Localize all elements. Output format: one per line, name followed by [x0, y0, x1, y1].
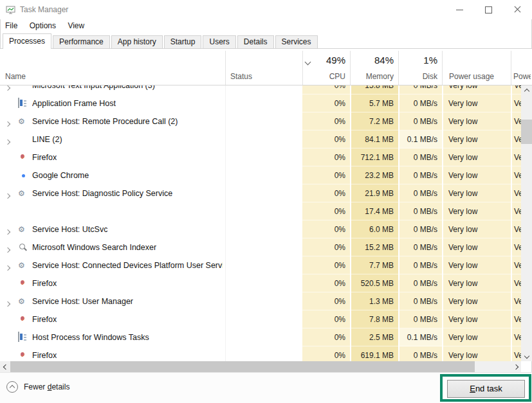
disk-cell: 0 MB/s	[399, 166, 442, 184]
fewer-details-toggle[interactable]: Fewer details	[6, 381, 69, 393]
power-trend-cell: Ve	[512, 238, 521, 256]
process-row[interactable]: Microsoft Text Input Application (3) 0% …	[0, 85, 532, 94]
disk-cell: 0 MB/s	[399, 274, 442, 292]
process-row[interactable]: Firefox 0% 712.1 MB 0 MB/s Very low Ve	[0, 148, 532, 166]
power-trend-cell: Ve	[512, 310, 521, 328]
process-row[interactable]: Firefox 0% 520.5 MB 0 MB/s Very low Ve	[0, 274, 532, 292]
process-row[interactable]: Microsoft Windows Search Indexer 0% 15.2…	[0, 238, 532, 256]
expand-chevron-icon[interactable]	[6, 245, 10, 254]
process-name: Service Host: Remote Procedure Call (2)	[32, 112, 178, 130]
disk-cell: 0 MB/s	[399, 220, 442, 238]
power-trend-cell: Ve	[512, 328, 521, 346]
process-row[interactable]: Host Process for Windows Tasks 0% 2.5 MB…	[0, 328, 532, 346]
maximize-button[interactable]	[474, 0, 503, 19]
horizontal-scrollbar-thumb[interactable]	[10, 361, 475, 372]
cpu-cell: 0%	[302, 202, 350, 220]
process-name: Application Frame Host	[32, 94, 116, 112]
window-title: Task Manager	[20, 0, 68, 19]
process-row[interactable]: Application Frame Host 0% 5.7 MB 0 MB/s …	[0, 94, 532, 112]
process-row[interactable]: Firefox 0% 7.8 MB 0 MB/s Very low Ve	[0, 310, 532, 328]
expand-chevron-icon[interactable]	[6, 137, 10, 146]
disk-cell: 0 MB/s	[399, 292, 442, 310]
tab[interactable]: Startup	[164, 35, 202, 48]
column-power-usage[interactable]: Power usage	[449, 72, 494, 81]
expand-chevron-icon[interactable]	[6, 227, 10, 236]
cpu-cell: 0%	[302, 94, 350, 112]
tab[interactable]: Processes	[3, 33, 51, 49]
expand-chevron-icon[interactable]	[6, 119, 10, 128]
horizontal-scrollbar[interactable]	[0, 361, 521, 372]
process-name: Firefox	[32, 346, 57, 361]
scroll-up-arrow[interactable]	[521, 85, 532, 96]
cpu-total-percent: 49%	[326, 55, 345, 66]
disk-cell: 0 MB/s	[399, 85, 442, 94]
power-usage-cell: Very low	[443, 274, 511, 292]
process-name: Service Host: Connected Devices Platform…	[32, 256, 223, 274]
disk-cell: 0 MB/s	[399, 112, 442, 130]
column-memory[interactable]: 84% Memory	[351, 49, 398, 85]
process-name: Microsoft Windows Search Indexer	[32, 238, 156, 256]
power-trend-cell: Ve	[512, 184, 521, 202]
process-row[interactable]: LINE (2) 0% 84.1 MB 0.1 MB/s Very low Ve	[0, 130, 532, 148]
memory-cell: 2.5 MB	[351, 328, 398, 346]
process-row[interactable]: Service Host: Remote Procedure Call (2) …	[0, 112, 532, 130]
power-usage-cell: Very low	[443, 292, 511, 310]
disk-cell: 0 MB/s	[399, 94, 442, 112]
close-button[interactable]	[503, 0, 532, 19]
expand-chevron-icon[interactable]	[6, 85, 10, 92]
power-trend-cell: Ve	[512, 148, 521, 166]
disk-cell: 0.1 MB/s	[399, 328, 442, 346]
tab[interactable]: App history	[111, 35, 163, 48]
tab[interactable]: Details	[237, 35, 274, 48]
power-trend-cell: Ve	[512, 292, 521, 310]
vertical-scrollbar-thumb[interactable]	[521, 120, 532, 144]
tab[interactable]: Performance	[53, 35, 110, 48]
power-trend-cell: Ve	[512, 166, 521, 184]
window-controls	[445, 0, 532, 19]
circled-chevron-up-icon	[6, 381, 18, 393]
column-status[interactable]: Status	[230, 72, 252, 81]
process-table: Microsoft Text Input Application (3) 0% …	[0, 85, 532, 361]
power-trend-cell: Ve	[512, 85, 521, 94]
scroll-left-arrow[interactable]	[0, 361, 11, 372]
process-row[interactable]: Google Chrome 0% 23.2 MB 0 MB/s Very low…	[0, 166, 532, 184]
power-usage-cell: Very low	[443, 94, 511, 112]
process-row[interactable]: Service Host: Connected Devices Platform…	[0, 256, 532, 274]
column-power-trend-clipped[interactable]: Powe	[513, 72, 531, 81]
click-target-annotation: End task	[440, 374, 531, 402]
expand-chevron-icon[interactable]	[6, 191, 10, 200]
vertical-scrollbar[interactable]	[521, 85, 532, 361]
process-row[interactable]: 0% 17.4 MB 0 MB/s Very low Ve	[0, 202, 532, 220]
menu-item[interactable]: File	[5, 19, 17, 32]
disk-cell: 0 MB/s	[399, 238, 442, 256]
cpu-label: CPU	[329, 72, 345, 81]
process-icon	[18, 98, 19, 108]
menu-item[interactable]: Options	[30, 19, 56, 32]
footer-bar: Fewer details End task	[0, 372, 532, 403]
scroll-down-arrow[interactable]	[521, 350, 532, 361]
process-row[interactable]: Service Host: User Manager 0% 1.3 MB 0 M…	[0, 292, 532, 310]
column-disk[interactable]: 1% Disk	[399, 49, 442, 85]
process-name: Google Chrome	[32, 166, 89, 184]
column-cpu[interactable]: 49% CPU	[302, 49, 350, 85]
menu-item[interactable]: View	[68, 19, 84, 32]
end-task-button[interactable]: End task	[447, 380, 525, 398]
expand-chevron-icon[interactable]	[6, 263, 10, 272]
expand-chevron-icon[interactable]	[6, 299, 10, 308]
cpu-cell: 0%	[302, 220, 350, 238]
power-trend-cell: Ve	[512, 112, 521, 130]
tab[interactable]: Users	[203, 35, 235, 48]
disk-cell: 0.1 MB/s	[399, 130, 442, 148]
process-row[interactable]: Service Host: UtcSvc 0% 6.0 MB 0 MB/s Ve…	[0, 220, 532, 238]
process-row[interactable]: Service Host: Diagnostic Policy Service …	[0, 184, 532, 202]
memory-total-percent: 84%	[374, 55, 394, 66]
tab[interactable]: Services	[275, 35, 318, 48]
power-trend-cell: Ve	[512, 130, 521, 148]
process-row[interactable]: Firefox 0% 619.1 MB 0 MB/s Very low Ve	[0, 346, 532, 361]
fewer-details-label: Fewer details	[24, 382, 69, 391]
minimize-button[interactable]	[445, 0, 474, 19]
memory-cell: 15.2 MB	[351, 238, 398, 256]
task-manager-window: Task Manager File Options View Processes…	[0, 0, 532, 403]
column-name[interactable]: Name	[5, 72, 26, 81]
scroll-right-arrow[interactable]	[510, 361, 521, 372]
